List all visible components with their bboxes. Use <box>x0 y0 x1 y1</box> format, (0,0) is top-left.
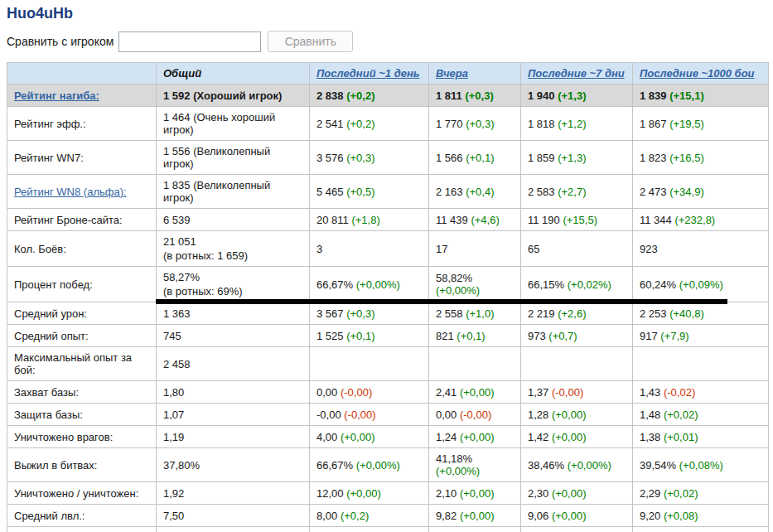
stat-delta: (+0,09%) <box>676 278 723 291</box>
stat-delta: (+0,00) <box>457 386 494 399</box>
stat-value: 39,54% <box>640 459 676 472</box>
stat-cell: 1 818 (+1,2) <box>521 107 633 141</box>
table-row: Кол. Боёв:21 051(в ротных: 1 659)3176592… <box>7 231 769 267</box>
row-label: Рейтинг WN7: <box>7 141 157 175</box>
stat-cell: 12,00 (+0,00) <box>310 482 429 505</box>
row-label-link[interactable]: Рейтинг WN8 (альфа): <box>14 186 127 198</box>
stat-value: 1 811 <box>436 89 462 102</box>
stat-cell: 11 439 (+4,6) <box>429 209 521 231</box>
stat-delta: (+4,6) <box>468 214 500 226</box>
stat-cell: 2,41 (+0,00) <box>429 381 521 404</box>
stat-cell: 66,15% (+0,02%) <box>521 267 633 302</box>
stat-cell: 0,00 (-0,00) <box>429 404 521 426</box>
stat-delta: (+0,3) <box>463 118 495 130</box>
stat-cell: 1 859 (+1,3) <box>521 141 633 175</box>
stat-delta: (+0,5) <box>344 186 375 198</box>
column-header-link[interactable]: Последние ~1000 бои <box>640 67 755 80</box>
stat-cell: 2 541 (+0,2) <box>310 107 429 141</box>
stats-table-body: Рейтинг нагиба:1 592 (Хороший игрок)2 83… <box>7 85 769 532</box>
stat-value: 11 190 <box>528 214 560 226</box>
column-header-link[interactable]: Последние ~7 дни <box>528 67 625 80</box>
stat-delta: (+1,0) <box>463 307 495 320</box>
stat-cell: 923 <box>633 231 769 267</box>
stat-cell: 11 190 (+15,5) <box>521 209 633 231</box>
stat-cell <box>310 527 429 532</box>
column-header: Последние ~1000 бои <box>633 63 769 85</box>
stat-delta: (+2,6) <box>555 307 587 320</box>
stat-cell: 1 940 (+1,3) <box>521 85 633 107</box>
stat-cell: 5 465 (+0,5) <box>310 175 429 209</box>
stat-value: -0,00 <box>316 409 341 421</box>
stat-cell: 2 163 (+0,4) <box>429 175 521 209</box>
stat-delta: (+40,8) <box>667 307 704 320</box>
stat-cell: 1,19 <box>157 426 310 448</box>
stat-value: 1 556 <box>163 145 191 157</box>
compare-label: Сравнить с игроком <box>7 35 114 48</box>
stat-cell: 1 867 (+19,5) <box>633 107 769 141</box>
stat-cell <box>521 527 633 532</box>
table-row: Средний лвл.:7,508,00 (+0,2)9,82 (+0,00)… <box>7 505 769 527</box>
stat-value: 2 458 <box>163 358 191 370</box>
stat-delta: (+0,08) <box>660 510 698 522</box>
stat-cell: 2 558 (+1,0) <box>429 302 521 325</box>
row-label-link[interactable]: Рейтинг нагиба: <box>14 89 99 102</box>
stat-value: 21 051 <box>163 235 196 248</box>
stat-value: 11 439 <box>436 214 468 226</box>
stat-value: 1 592 <box>163 89 191 102</box>
table-row: Максимальный опыт за бой:2 458 <box>7 347 769 381</box>
compare-player-input[interactable] <box>118 31 261 52</box>
stat-value: 12,00 <box>316 487 344 500</box>
stat-cell: 2,30 (+0,00) <box>521 482 633 505</box>
column-header: Последний ~1 день <box>310 63 429 85</box>
row-label: Уничтожено врагов: <box>7 426 157 448</box>
stat-value: 923 <box>640 243 658 255</box>
table-row: Захват базы:1,800,00 (-0,00)2,41 (+0,00)… <box>7 381 769 404</box>
stat-value: 917 <box>640 330 658 342</box>
stat-value: 38,46% <box>528 459 564 472</box>
stat-value: 2,30 <box>528 487 548 500</box>
stat-value: 2 541 <box>316 118 344 130</box>
stat-subvalue: (в ротных: 69%) <box>163 285 302 297</box>
stat-value: 66,67% <box>316 459 353 472</box>
stat-delta: (+0,00) <box>548 431 586 443</box>
stat-value: 1,43 <box>640 386 660 399</box>
stat-cell <box>310 347 429 381</box>
stat-value: 58,82% <box>436 272 472 284</box>
stat-value: 41,18% <box>436 452 472 465</box>
stat-delta: (+0,00%) <box>436 465 480 477</box>
stat-delta: (+0,3) <box>344 152 375 164</box>
row-label: Рейтинг Броне-сайта: <box>7 209 157 231</box>
column-header-link[interactable]: Последний ~1 день <box>316 67 419 80</box>
table-row: Рейтинг эфф.:1 464 (Очень хороший игрок)… <box>7 107 769 141</box>
column-header: Последние ~7 дни <box>521 63 633 85</box>
stat-cell: 1 811 (+0,3) <box>429 85 521 107</box>
row-label: Выжил в битвах: <box>7 448 157 482</box>
stat-value: 6 539 <box>163 214 191 226</box>
stat-value: 1,42 <box>528 431 548 443</box>
stat-value: 2 253 <box>640 307 667 320</box>
stat-value: 1 464 <box>163 111 191 123</box>
stat-cell: 1 525 (+0,1) <box>310 325 429 347</box>
stat-value: 2 838 <box>316 89 344 102</box>
stat-cell: 9,06 (+0,00) <box>521 505 633 527</box>
page: Huo4uHb Сравнить с игроком Сравнить Общи… <box>0 0 773 532</box>
stat-value: 745 <box>163 330 181 342</box>
stat-delta: (+0,00) <box>548 487 586 500</box>
column-header-link[interactable]: Вчера <box>436 67 468 80</box>
column-header: Вчера <box>429 63 521 85</box>
stat-cell: 1,37 (-0,00) <box>521 381 633 404</box>
stat-cell: 17 <box>429 231 521 267</box>
stat-cell: 1,42 (+0,00) <box>521 426 633 448</box>
stat-value: 2,41 <box>436 386 457 399</box>
stat-delta: (+0,1) <box>463 152 495 164</box>
compare-button[interactable]: Сравнить <box>268 31 353 52</box>
stat-cell: 1,43 (-0,02) <box>633 381 769 404</box>
stat-value: 2 583 <box>528 186 555 198</box>
stat-delta: (+0,3) <box>344 307 375 320</box>
stat-delta: (+1,3) <box>555 89 587 102</box>
stat-value: 9,06 <box>528 510 548 522</box>
stat-value: 1 940 <box>528 89 555 102</box>
stat-value: 1 859 <box>528 152 555 164</box>
stat-cell: 38,46% (+0,00%) <box>521 448 633 482</box>
stat-delta: (+1,3) <box>555 152 587 164</box>
